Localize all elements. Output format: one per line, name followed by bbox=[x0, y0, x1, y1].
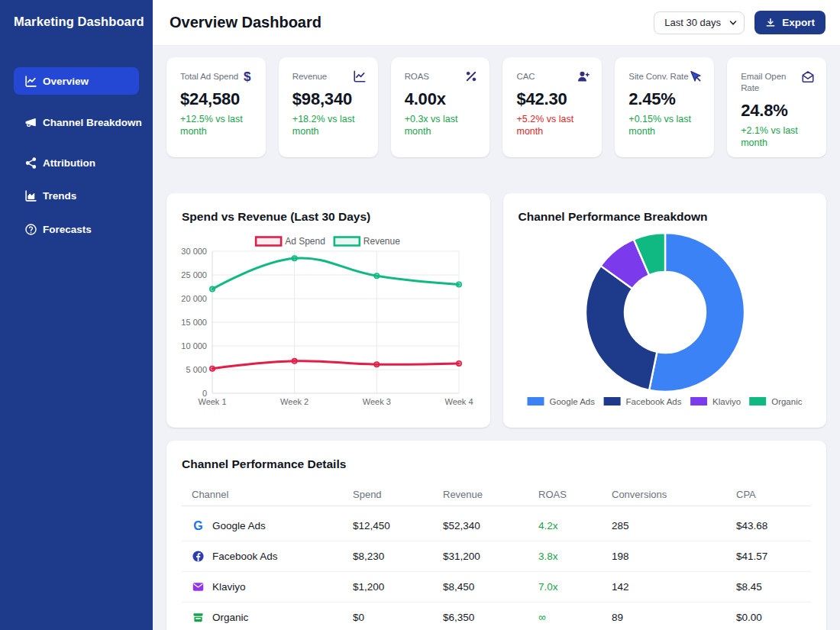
app-brand: Marketing Dashboard bbox=[14, 15, 139, 29]
channel-name: Organic bbox=[212, 612, 248, 623]
y-tick-label: 5 000 bbox=[186, 365, 207, 374]
sidebar: Marketing Dashboard OverviewChannel Brea… bbox=[0, 0, 153, 630]
sidebar-item-label: Trends bbox=[43, 190, 76, 202]
kpi-card-revenue: Revenue$98,340+18.2% vs last month bbox=[279, 57, 378, 157]
kpi-change: +0.3x vs last month bbox=[405, 114, 478, 138]
topbar-controls: Last 30 days Export bbox=[654, 11, 825, 34]
legend-item-facebook-ads[interactable]: Facebook Ads bbox=[603, 397, 681, 406]
table-row-facebook-ads: Facebook Ads$8,230$31,2003.8x198$41.57 bbox=[182, 541, 811, 572]
sidebar-item-label: Forecasts bbox=[43, 224, 92, 235]
kpi-value: 4.00x bbox=[405, 89, 479, 109]
dollar-icon: $ bbox=[241, 69, 254, 83]
charts-row: Spend vs Revenue (Last 30 Days) 05 00010… bbox=[166, 193, 826, 428]
y-tick-label: 0 bbox=[202, 389, 207, 398]
help-circle-icon bbox=[24, 223, 37, 236]
y-tick-label: 30 000 bbox=[181, 247, 207, 256]
sidebar-item-channel-breakdown[interactable]: Channel Breakdown bbox=[14, 108, 139, 136]
export-button[interactable]: Export bbox=[754, 11, 825, 34]
kpi-label: ROAS bbox=[405, 69, 467, 82]
data-point bbox=[374, 362, 379, 367]
kpi-label: CAC bbox=[516, 69, 578, 82]
legend-item-revenue[interactable]: Revenue bbox=[334, 236, 400, 247]
sidebar-item-trends[interactable]: Trends bbox=[14, 182, 139, 209]
svg-text:Klaviyo: Klaviyo bbox=[712, 397, 741, 406]
line-chart-icon bbox=[24, 75, 37, 88]
kpi-value: $24,580 bbox=[180, 89, 254, 109]
roas-cell: ∞ bbox=[528, 603, 602, 630]
data-point bbox=[374, 273, 379, 278]
share-icon bbox=[24, 157, 37, 170]
data-point bbox=[292, 256, 296, 260]
conversions-cell: 285 bbox=[602, 506, 726, 541]
line-series-revenue bbox=[212, 258, 459, 289]
x-tick-label: Week 1 bbox=[198, 397, 226, 406]
svg-text:Google Ads: Google Ads bbox=[549, 397, 595, 406]
donut-chart-title: Channel Performance Breakdown bbox=[519, 210, 812, 224]
data-point bbox=[210, 286, 215, 291]
kpi-grid: Total Ad Spend$$24,580+12.5% vs last mon… bbox=[166, 57, 826, 157]
legend-item-google-ads[interactable]: Google Ads bbox=[527, 397, 595, 406]
channel-name: Google Ads bbox=[212, 520, 266, 531]
download-icon bbox=[765, 18, 776, 28]
kpi-label: Total Ad Spend bbox=[180, 69, 242, 82]
legend-item-ad-spend[interactable]: Ad Spend bbox=[256, 236, 325, 247]
kpi-head: Revenue bbox=[292, 69, 367, 82]
table-col-revenue: Revenue bbox=[433, 479, 528, 506]
spend-cell: $12,450 bbox=[343, 506, 433, 541]
kpi-card-site-conv-rate: Site Conv. Rate2.45%+0.15% vs last month bbox=[615, 57, 714, 157]
table-col-roas: ROAS bbox=[528, 479, 602, 506]
kpi-value: 2.45% bbox=[628, 89, 703, 109]
revenue-cell: $52,340 bbox=[433, 506, 528, 541]
sidebar-nav: OverviewChannel BreakdownAttributionTren… bbox=[14, 67, 139, 243]
svg-text:Organic: Organic bbox=[771, 397, 803, 406]
percent-icon bbox=[464, 69, 478, 83]
table-col-cpa: CPA bbox=[726, 479, 811, 506]
sidebar-item-overview[interactable]: Overview bbox=[14, 67, 139, 95]
kpi-head: Total Ad Spend$ bbox=[180, 69, 254, 82]
conversions-cell: 198 bbox=[602, 541, 726, 572]
line-chart-icon bbox=[353, 69, 367, 83]
table-col-spend: Spend bbox=[343, 479, 433, 506]
sidebar-item-label: Attribution bbox=[43, 157, 95, 169]
legend-item-klaviyo[interactable]: Klaviyo bbox=[690, 397, 741, 406]
export-button-label: Export bbox=[782, 17, 815, 28]
svg-text:Ad Spend: Ad Spend bbox=[285, 236, 325, 247]
kpi-head: Email Open Rate bbox=[741, 69, 815, 94]
x-tick-label: Week 3 bbox=[363, 397, 391, 406]
kpi-change: +18.2% vs last month bbox=[292, 114, 366, 138]
x-tick-label: Week 2 bbox=[280, 397, 309, 406]
klaviyo-icon bbox=[192, 580, 205, 593]
spend-cell: $1,200 bbox=[343, 572, 433, 603]
sidebar-item-label: Channel Breakdown bbox=[43, 117, 142, 128]
data-point bbox=[292, 359, 296, 363]
sidebar-item-label: Overview bbox=[43, 76, 89, 87]
spend-cell: $0 bbox=[343, 603, 433, 630]
data-point bbox=[210, 367, 215, 371]
data-point bbox=[457, 282, 461, 286]
kpi-card-cac: CAC$42.30+5.2% vs last month bbox=[502, 57, 602, 157]
cpa-cell: $8.45 bbox=[726, 572, 811, 603]
channel-name: Klaviyo bbox=[212, 581, 246, 593]
conversions-cell: 89 bbox=[602, 603, 726, 630]
line-chart-card: Spend vs Revenue (Last 30 Days) 05 00010… bbox=[166, 193, 490, 428]
roas-cell: 3.8x bbox=[528, 541, 602, 572]
kpi-change: +12.5% vs last month bbox=[180, 114, 254, 138]
conversions-cell: 142 bbox=[602, 572, 726, 603]
content: Total Ad Spend$$24,580+12.5% vs last mon… bbox=[153, 46, 840, 630]
sidebar-item-attribution[interactable]: Attribution bbox=[14, 149, 139, 176]
kpi-card-total-ad-spend: Total Ad Spend$$24,580+12.5% vs last mon… bbox=[166, 57, 266, 157]
kpi-card-email-open-rate: Email Open Rate24.8%+2.1% vs last month bbox=[727, 57, 826, 157]
sidebar-item-forecasts[interactable]: Forecasts bbox=[14, 215, 139, 243]
organic-icon bbox=[192, 611, 205, 624]
y-tick-label: 10 000 bbox=[181, 341, 207, 351]
kpi-card-roas: ROAS4.00x+0.3x vs last month bbox=[391, 57, 490, 157]
facebook-icon bbox=[192, 550, 205, 563]
date-range-select[interactable]: Last 30 days bbox=[654, 11, 745, 34]
svg-text:Revenue: Revenue bbox=[363, 236, 400, 247]
legend-item-organic[interactable]: Organic bbox=[749, 397, 803, 406]
table-col-conversions: Conversions bbox=[602, 479, 726, 506]
revenue-cell: $6,350 bbox=[433, 603, 528, 630]
table-header-row: ChannelSpendRevenueROASConversionsCPA bbox=[182, 479, 811, 506]
kpi-change: +0.15% vs last month bbox=[628, 114, 702, 138]
megaphone-icon bbox=[24, 116, 37, 129]
